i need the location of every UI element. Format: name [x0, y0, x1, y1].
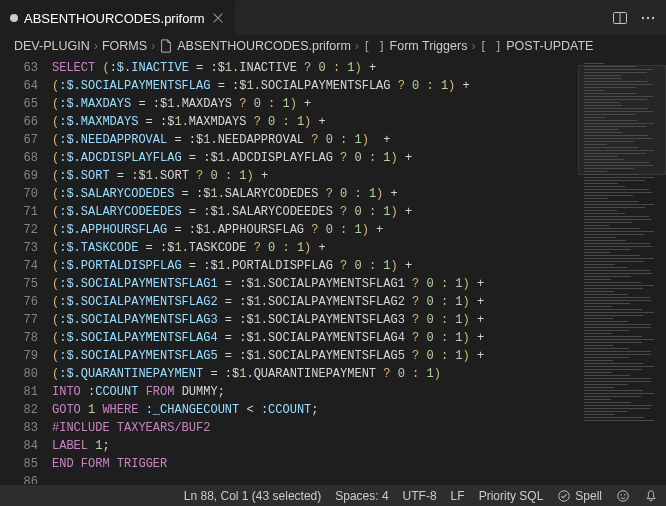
minimap-line	[584, 297, 650, 298]
minimap-line	[584, 357, 629, 358]
line-number: 73	[0, 239, 38, 257]
code-line[interactable]: (:$.SOCIALPAYMENTSFLAG1 = :$1.SOCIALPAYM…	[52, 275, 578, 293]
minimap-line	[584, 258, 654, 259]
line-number: 66	[0, 113, 38, 131]
minimap-line	[584, 330, 629, 331]
minimap-line	[584, 96, 653, 97]
code-line[interactable]: INTO :CCOUNT FROM DUMMY;	[52, 383, 578, 401]
file-icon	[159, 39, 173, 53]
close-icon[interactable]	[211, 11, 225, 25]
status-notifications[interactable]	[644, 489, 658, 503]
svg-point-6	[618, 490, 629, 501]
minimap-line	[584, 249, 631, 250]
code-line[interactable]: (:$.PORTALDISPFLAG = :$1.PORTALDISPFLAG …	[52, 257, 578, 275]
minimap-line	[584, 123, 654, 124]
smiley-icon	[616, 489, 630, 503]
code-line[interactable]: (:$.TASKCODE = :$1.TASKCODE ? 0 : 1) +	[52, 239, 578, 257]
line-number: 82	[0, 401, 38, 419]
code-line[interactable]: (:$.SALARYCODEEDES = :$1.SALARYCODEEDES …	[52, 203, 578, 221]
minimap-line	[584, 420, 654, 421]
minimap-line	[584, 147, 638, 148]
tab-bar: ABSENTHOURCODES.priform	[0, 0, 666, 35]
minimap-line	[584, 162, 649, 163]
minimap-line	[584, 84, 653, 85]
minimap-line	[584, 255, 640, 256]
code-area[interactable]: SELECT (:$.INACTIVE = :$1.INACTIVE ? 0 :…	[52, 57, 578, 484]
svg-point-7	[621, 493, 622, 494]
minimap-line	[584, 360, 613, 361]
minimap-line	[584, 72, 647, 73]
minimap-line	[584, 324, 651, 325]
minimap-line	[584, 78, 622, 79]
code-line[interactable]: (:$.MAXDAYS = :$1.MAXDAYS ? 0 : 1) +	[52, 95, 578, 113]
code-line[interactable]: SELECT (:$.INACTIVE = :$1.INACTIVE ? 0 :…	[52, 59, 578, 77]
minimap-line	[584, 246, 652, 247]
code-line[interactable]: (:$.QUARANTINEPAYMENT = :$1.QUARANTINEPA…	[52, 365, 578, 383]
minimap-line	[584, 189, 649, 190]
minimap-line	[584, 114, 635, 115]
code-line[interactable]: (:$.SOCIALPAYMENTSFLAG4 = :$1.SOCIALPAYM…	[52, 329, 578, 347]
status-cursor[interactable]: Ln 88, Col 1 (43 selected)	[184, 489, 321, 503]
code-line[interactable]: (:$.SALARYCODEDES = :$1.SALARYCODEDES ? …	[52, 185, 578, 203]
minimap-line	[584, 228, 640, 229]
chevron-right-icon: ›	[94, 39, 98, 53]
status-spell[interactable]: Spell	[557, 489, 602, 503]
code-line[interactable]: (:$.MAXMDAYS = :$1.MAXMDAYS ? 0 : 1) +	[52, 113, 578, 131]
minimap-line	[584, 288, 643, 289]
minimap-line	[584, 264, 615, 265]
minimap-line	[584, 405, 652, 406]
minimap-line	[584, 198, 608, 199]
code-line[interactable]: (:$.NEEDAPPROVAL = :$1.NEEDAPPROVAL ? 0 …	[52, 131, 578, 149]
minimap-line	[584, 321, 628, 322]
line-number: 81	[0, 383, 38, 401]
minimap-line	[584, 210, 617, 211]
tab-absent-hour-codes[interactable]: ABSENTHOURCODES.priform	[0, 0, 236, 35]
minimap-line	[584, 222, 632, 223]
minimap-line	[584, 213, 625, 214]
minimap-line	[584, 318, 613, 319]
crumb-subsection[interactable]: POST-UPDATE	[506, 39, 593, 53]
status-feedback[interactable]	[616, 489, 630, 503]
split-editor-icon[interactable]	[612, 10, 628, 26]
minimap-line	[584, 285, 654, 286]
code-line[interactable]: (:$.SOCIALPAYMENTSFLAG2 = :$1.SOCIALPAYM…	[52, 293, 578, 311]
code-line[interactable]: END FORM TRIGGER	[52, 455, 578, 473]
code-line[interactable]: (:$.SOCIALPAYMENTSFLAG3 = :$1.SOCIALPAYM…	[52, 311, 578, 329]
minimap-line	[584, 345, 613, 346]
minimap[interactable]	[578, 57, 666, 484]
code-line[interactable]: (:$.ADCDISPLAYFLAG = :$1.ADCDISPLAYFLAG …	[52, 149, 578, 167]
code-line[interactable]	[52, 473, 578, 484]
svg-point-4	[652, 16, 654, 18]
minimap-line	[584, 414, 615, 415]
minimap-line	[584, 366, 654, 367]
minimap-line	[584, 225, 609, 226]
code-line[interactable]: GOTO 1 WHERE :_CHANGECOUNT < :CCOUNT;	[52, 401, 578, 419]
code-line[interactable]: (:$.SOCIALPAYMENTSFLAG = :$1.SOCIALPAYME…	[52, 77, 578, 95]
minimap-line	[584, 66, 636, 67]
chevron-right-icon: ›	[355, 39, 359, 53]
minimap-line	[584, 396, 641, 397]
code-line[interactable]: (:$.APPHOURSFLAG = :$1.APPHOURSFLAG ? 0 …	[52, 221, 578, 239]
status-encoding[interactable]: UTF-8	[403, 489, 437, 503]
crumb-root[interactable]: DEV-PLUGIN	[14, 39, 90, 53]
code-line[interactable]: LABEL 1;	[52, 437, 578, 455]
code-line[interactable]: (:$.SOCIALPAYMENTSFLAG5 = :$1.SOCIALPAYM…	[52, 347, 578, 365]
crumb-folder[interactable]: FORMS	[102, 39, 147, 53]
minimap-line	[584, 276, 631, 277]
crumb-file[interactable]: ABSENTHOURCODES.priform	[177, 39, 351, 53]
code-line[interactable]: (:$.SORT = :$1.SORT ? 0 : 1) +	[52, 167, 578, 185]
minimap-line	[584, 252, 610, 253]
status-language[interactable]: Priority SQL	[479, 489, 544, 503]
line-number: 85	[0, 455, 38, 473]
svg-point-3	[647, 16, 649, 18]
check-icon	[557, 489, 571, 503]
tab-actions	[602, 0, 666, 35]
status-eol[interactable]: LF	[451, 489, 465, 503]
crumb-section[interactable]: Form Triggers	[390, 39, 468, 53]
status-spaces[interactable]: Spaces: 4	[335, 489, 388, 503]
more-icon[interactable]	[640, 10, 656, 26]
line-number: 67	[0, 131, 38, 149]
code-line[interactable]: #INCLUDE TAXYEARS/BUF2	[52, 419, 578, 437]
breadcrumb[interactable]: DEV-PLUGIN › FORMS › ABSENTHOURCODES.pri…	[0, 35, 666, 57]
minimap-line	[584, 192, 652, 193]
